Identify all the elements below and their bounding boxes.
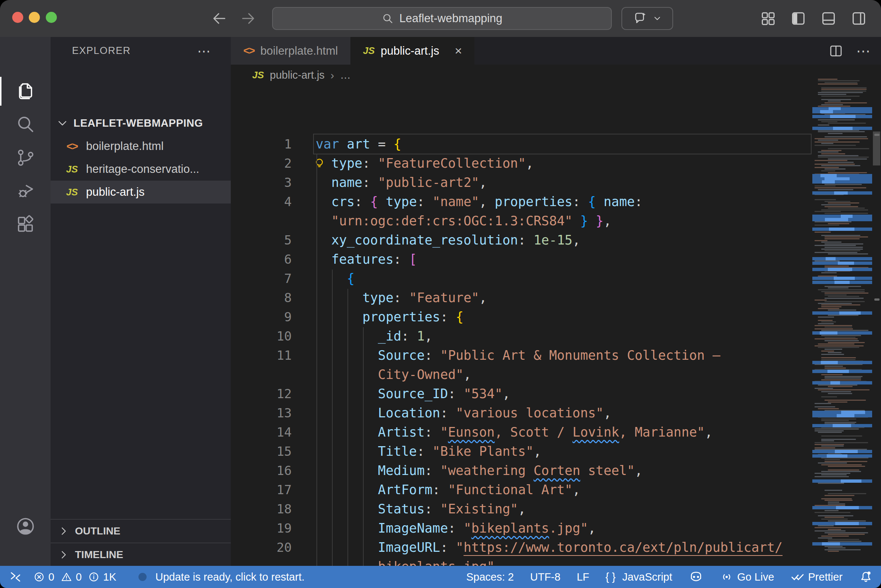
- line-number: 2: [231, 154, 292, 173]
- file-tree-item-public-art-js[interactable]: JSpublic-art.js: [51, 181, 231, 204]
- minimap-line: [828, 386, 853, 387]
- editor-more-actions-button[interactable]: ⋯: [856, 43, 871, 59]
- explorer-more-actions-button[interactable]: ⋯: [197, 44, 211, 59]
- command-center-search[interactable]: Leaflet-webmapping: [272, 7, 612, 30]
- window-close-button[interactable]: [12, 12, 23, 23]
- code-line[interactable]: 3name: "public-art2",: [231, 173, 881, 192]
- code-line[interactable]: 11Source: "Public Art & Monuments Collec…: [231, 346, 881, 365]
- code-line[interactable]: 5xy_coordinate_resolution: 1e-15,: [231, 231, 881, 250]
- workspace-root-row[interactable]: LEAFLET-WEBMAPPING: [51, 112, 231, 134]
- code-line[interactable]: 4crs: { type: "name", properties: { name…: [231, 192, 881, 211]
- tab-public-art-js[interactable]: JSpublic-art.js×: [351, 37, 475, 64]
- tab-close-icon[interactable]: ×: [454, 44, 462, 58]
- problems-indicator[interactable]: 0 0 1K: [33, 571, 116, 583]
- sidebar-item-run-debug[interactable]: [0, 175, 51, 207]
- minimap-line: [818, 483, 844, 484]
- code-line[interactable]: 1var art = {: [231, 135, 881, 154]
- chevron-right-icon: [58, 549, 69, 560]
- token: "urn:ogc:def:crs:OGC:1.3:CRS84": [331, 213, 572, 228]
- sidebar-item-extensions[interactable]: [0, 208, 51, 240]
- copilot-status[interactable]: [689, 570, 703, 584]
- minimap[interactable]: [812, 74, 872, 554]
- minimap-line: [821, 471, 861, 472]
- minimap-line: [824, 201, 850, 202]
- language-mode-status[interactable]: { } JavaScript: [605, 571, 673, 583]
- sidebar-right-icon: [850, 10, 868, 27]
- code-line[interactable]: 8type: "Feature",: [231, 288, 881, 307]
- go-live-button[interactable]: Go Live: [720, 570, 774, 584]
- breadcrumb[interactable]: JS public-art.js › …: [231, 64, 881, 86]
- sidebar-left-icon: [790, 10, 807, 27]
- code-line[interactable]: 13Location: "various locations",: [231, 404, 881, 423]
- code-line[interactable]: 2type: "FeatureCollection",: [231, 154, 881, 173]
- sidebar-item-search[interactable]: [0, 109, 51, 140]
- editor-scrollbar[interactable]: [872, 74, 881, 566]
- code-line[interactable]: City-Owned",: [231, 365, 881, 384]
- file-tree-item-boilerplate-html[interactable]: <>boilerplate.html: [51, 135, 231, 158]
- token: properties: [495, 194, 573, 209]
- code-line[interactable]: 17ArtForm: "Functional Art",: [231, 480, 881, 500]
- code-line[interactable]: 9properties: {: [231, 307, 881, 327]
- minimap-line: [818, 344, 854, 345]
- code-line[interactable]: bikeplants.jpg",: [231, 557, 881, 566]
- code-line[interactable]: 7{: [231, 269, 881, 288]
- breadcrumb-more[interactable]: …: [340, 69, 351, 81]
- code-line[interactable]: "urn:ogc:def:crs:OGC:1.3:CRS84" } },: [231, 211, 881, 231]
- url-link[interactable]: bikeplants.jpg: [378, 559, 487, 566]
- code-line[interactable]: 19ImageName: "bikeplants.jpg",: [231, 519, 881, 538]
- navigate-forward-button[interactable]: [238, 8, 258, 29]
- minimap-line: [815, 185, 836, 186]
- line-number: 17: [231, 480, 292, 500]
- token: :: [362, 175, 378, 190]
- token: ,: [495, 559, 502, 566]
- code-line[interactable]: 12Source_ID: "534",: [231, 384, 881, 404]
- window-maximize-button[interactable]: [46, 12, 57, 23]
- minimap-line: [824, 500, 853, 501]
- minimap-highlight: [812, 110, 872, 113]
- url-link[interactable]: https://www.toronto.ca/ext/pln/publicart…: [463, 540, 782, 555]
- code-line[interactable]: 10_id: 1,: [231, 327, 881, 346]
- minimap-line: [828, 254, 868, 255]
- scrollbar-thumb[interactable]: [873, 132, 880, 165]
- code-line[interactable]: 20ImageURL: "https://www.toronto.ca/ext/…: [231, 538, 881, 557]
- code-line[interactable]: 16Medium: "weathering Corten steel",: [231, 461, 881, 480]
- toggle-primary-sidebar-button[interactable]: [789, 9, 808, 28]
- sidebar-item-source-control[interactable]: [0, 142, 51, 174]
- timeline-section-header[interactable]: TIMELINE: [51, 543, 231, 566]
- sidebar-item-explorer[interactable]: [0, 75, 51, 107]
- copilot-chat-button[interactable]: [622, 7, 673, 30]
- navigate-back-button[interactable]: [209, 8, 230, 29]
- line-number: 12: [231, 384, 292, 404]
- toggle-panel-button[interactable]: [819, 9, 838, 28]
- tab-boilerplate-html[interactable]: <>boilerplate.html: [231, 37, 351, 64]
- minimap-line: [828, 541, 862, 542]
- minimap-line: [824, 298, 864, 299]
- minimap-line: [818, 308, 839, 309]
- update-status[interactable]: Update is ready, click to restart.: [138, 571, 305, 583]
- indentation-status[interactable]: Spaces: 2: [466, 571, 514, 583]
- file-tree-item-heritage-conservatio-[interactable]: JSheritage-conservatio...: [51, 158, 231, 181]
- token: :: [425, 348, 440, 363]
- eol-status[interactable]: LF: [577, 571, 589, 583]
- notifications-button[interactable]: [859, 570, 873, 584]
- customize-layout-button[interactable]: [758, 9, 778, 28]
- token: ": [487, 559, 495, 566]
- breadcrumb-file[interactable]: public-art.js: [270, 69, 325, 81]
- minimap-line: [824, 422, 856, 423]
- remote-indicator[interactable]: [9, 570, 22, 584]
- encoding-status[interactable]: UTF-8: [530, 571, 560, 583]
- split-editor-button[interactable]: [828, 43, 844, 59]
- code-line[interactable]: 18Status: "Existing",: [231, 500, 881, 519]
- outline-section-header[interactable]: OUTLINE: [51, 519, 231, 543]
- code-line[interactable]: 14Artist: "Eunson, Scott / Lovink, Maria…: [231, 423, 881, 442]
- minimap-line: [821, 87, 867, 88]
- prettier-status[interactable]: Prettier: [791, 570, 843, 584]
- toggle-secondary-sidebar-button[interactable]: [849, 9, 869, 28]
- minimap-line: [818, 79, 838, 80]
- code-line[interactable]: 15Title: "Bike Plants",: [231, 442, 881, 461]
- code-line[interactable]: 6features: [: [231, 250, 881, 269]
- code-editor[interactable]: 1var art = {2type: "FeatureCollection",3…: [231, 86, 881, 566]
- window-minimize-button[interactable]: [29, 12, 40, 23]
- token: ": [440, 425, 448, 440]
- accounts-button[interactable]: [0, 510, 51, 542]
